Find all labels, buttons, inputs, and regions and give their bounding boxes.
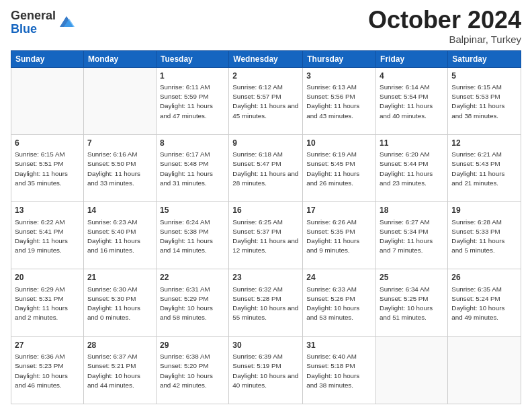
header-day-thursday: Thursday <box>303 50 376 67</box>
day-number: 5 <box>451 71 517 82</box>
day-number: 13 <box>15 205 80 216</box>
day-number: 4 <box>380 71 444 82</box>
day-info: Sunrise: 6:14 AM Sunset: 5:54 PM Dayligh… <box>380 83 444 121</box>
day-info: Sunrise: 6:12 AM Sunset: 5:57 PM Dayligh… <box>232 83 299 121</box>
header-day-friday: Friday <box>376 50 448 67</box>
day-number: 1 <box>160 71 225 82</box>
day-info: Sunrise: 6:32 AM Sunset: 5:28 PM Dayligh… <box>232 285 299 323</box>
day-info: Sunrise: 6:29 AM Sunset: 5:31 PM Dayligh… <box>15 285 80 323</box>
calendar-day-cell: 7Sunrise: 6:16 AM Sunset: 5:50 PM Daylig… <box>83 134 156 201</box>
day-info: Sunrise: 6:17 AM Sunset: 5:48 PM Dayligh… <box>160 150 225 188</box>
day-info: Sunrise: 6:37 AM Sunset: 5:21 PM Dayligh… <box>87 352 152 390</box>
day-number: 6 <box>15 138 80 149</box>
day-info: Sunrise: 6:25 AM Sunset: 5:37 PM Dayligh… <box>232 218 299 256</box>
calendar-header: SundayMondayTuesdayWednesdayThursdayFrid… <box>11 50 521 67</box>
header-day-monday: Monday <box>83 50 156 67</box>
calendar-day-cell <box>376 336 448 404</box>
title-block: October 2024 Balpinar, Turkey <box>368 7 521 45</box>
day-info: Sunrise: 6:13 AM Sunset: 5:56 PM Dayligh… <box>306 83 372 121</box>
calendar-day-cell: 16Sunrise: 6:25 AM Sunset: 5:37 PM Dayli… <box>229 202 303 269</box>
title-location: Balpinar, Turkey <box>368 34 521 45</box>
day-info: Sunrise: 6:22 AM Sunset: 5:41 PM Dayligh… <box>15 218 80 256</box>
calendar-week-row: 1Sunrise: 6:11 AM Sunset: 5:59 PM Daylig… <box>11 67 521 134</box>
header-day-tuesday: Tuesday <box>156 50 228 67</box>
calendar-day-cell: 13Sunrise: 6:22 AM Sunset: 5:41 PM Dayli… <box>11 202 84 269</box>
day-info: Sunrise: 6:28 AM Sunset: 5:33 PM Dayligh… <box>451 218 517 256</box>
day-number: 16 <box>232 205 299 216</box>
logo: General Blue <box>11 9 76 36</box>
day-info: Sunrise: 6:33 AM Sunset: 5:26 PM Dayligh… <box>306 285 372 323</box>
day-info: Sunrise: 6:31 AM Sunset: 5:29 PM Dayligh… <box>160 285 225 323</box>
day-number: 24 <box>306 272 372 283</box>
calendar-day-cell: 20Sunrise: 6:29 AM Sunset: 5:31 PM Dayli… <box>11 269 84 336</box>
calendar-day-cell: 3Sunrise: 6:13 AM Sunset: 5:56 PM Daylig… <box>303 67 376 134</box>
calendar-day-cell: 21Sunrise: 6:30 AM Sunset: 5:30 PM Dayli… <box>83 269 156 336</box>
calendar-day-cell: 26Sunrise: 6:35 AM Sunset: 5:24 PM Dayli… <box>448 269 521 336</box>
day-info: Sunrise: 6:19 AM Sunset: 5:45 PM Dayligh… <box>306 150 372 188</box>
calendar-week-row: 20Sunrise: 6:29 AM Sunset: 5:31 PM Dayli… <box>11 269 521 336</box>
day-number: 21 <box>87 272 152 283</box>
calendar-day-cell: 10Sunrise: 6:19 AM Sunset: 5:45 PM Dayli… <box>303 134 376 201</box>
calendar-day-cell: 4Sunrise: 6:14 AM Sunset: 5:54 PM Daylig… <box>376 67 448 134</box>
calendar-week-row: 6Sunrise: 6:15 AM Sunset: 5:51 PM Daylig… <box>11 134 521 201</box>
day-info: Sunrise: 6:36 AM Sunset: 5:23 PM Dayligh… <box>15 352 80 390</box>
calendar-day-cell: 6Sunrise: 6:15 AM Sunset: 5:51 PM Daylig… <box>11 134 84 201</box>
logo-icon <box>57 12 76 31</box>
day-number: 7 <box>87 138 152 149</box>
calendar-day-cell <box>448 336 521 404</box>
day-info: Sunrise: 6:35 AM Sunset: 5:24 PM Dayligh… <box>451 285 517 323</box>
day-number: 19 <box>451 205 517 216</box>
calendar-day-cell: 28Sunrise: 6:37 AM Sunset: 5:21 PM Dayli… <box>83 336 156 404</box>
day-info: Sunrise: 6:27 AM Sunset: 5:34 PM Dayligh… <box>380 218 444 256</box>
calendar-body: 1Sunrise: 6:11 AM Sunset: 5:59 PM Daylig… <box>11 67 521 404</box>
day-info: Sunrise: 6:21 AM Sunset: 5:43 PM Dayligh… <box>451 150 517 188</box>
day-number: 2 <box>232 71 299 82</box>
calendar-day-cell: 23Sunrise: 6:32 AM Sunset: 5:28 PM Dayli… <box>229 269 303 336</box>
calendar-day-cell: 22Sunrise: 6:31 AM Sunset: 5:29 PM Dayli… <box>156 269 228 336</box>
calendar-day-cell: 30Sunrise: 6:39 AM Sunset: 5:19 PM Dayli… <box>229 336 303 404</box>
logo-general-text: General <box>11 9 56 23</box>
header-day-wednesday: Wednesday <box>229 50 303 67</box>
calendar-day-cell: 31Sunrise: 6:40 AM Sunset: 5:18 PM Dayli… <box>303 336 376 404</box>
day-info: Sunrise: 6:18 AM Sunset: 5:47 PM Dayligh… <box>232 150 299 188</box>
day-number: 27 <box>15 340 80 351</box>
calendar-day-cell: 25Sunrise: 6:34 AM Sunset: 5:25 PM Dayli… <box>376 269 448 336</box>
header-row: SundayMondayTuesdayWednesdayThursdayFrid… <box>11 50 521 67</box>
calendar-table: SundayMondayTuesdayWednesdayThursdayFrid… <box>11 50 521 404</box>
calendar-day-cell: 11Sunrise: 6:20 AM Sunset: 5:44 PM Dayli… <box>376 134 448 201</box>
day-info: Sunrise: 6:39 AM Sunset: 5:19 PM Dayligh… <box>232 352 299 390</box>
day-info: Sunrise: 6:23 AM Sunset: 5:40 PM Dayligh… <box>87 218 152 256</box>
day-number: 14 <box>87 205 152 216</box>
day-number: 9 <box>232 138 299 149</box>
header-day-saturday: Saturday <box>448 50 521 67</box>
day-number: 31 <box>306 340 372 351</box>
calendar-day-cell: 14Sunrise: 6:23 AM Sunset: 5:40 PM Dayli… <box>83 202 156 269</box>
day-number: 23 <box>232 272 299 283</box>
day-number: 26 <box>451 272 517 283</box>
calendar-day-cell: 8Sunrise: 6:17 AM Sunset: 5:48 PM Daylig… <box>156 134 228 201</box>
calendar-day-cell: 1Sunrise: 6:11 AM Sunset: 5:59 PM Daylig… <box>156 67 228 134</box>
calendar-day-cell: 15Sunrise: 6:24 AM Sunset: 5:38 PM Dayli… <box>156 202 228 269</box>
day-info: Sunrise: 6:38 AM Sunset: 5:20 PM Dayligh… <box>160 352 225 390</box>
day-number: 18 <box>380 205 444 216</box>
calendar-day-cell: 18Sunrise: 6:27 AM Sunset: 5:34 PM Dayli… <box>376 202 448 269</box>
day-info: Sunrise: 6:34 AM Sunset: 5:25 PM Dayligh… <box>380 285 444 323</box>
calendar-day-cell <box>83 67 156 134</box>
day-number: 15 <box>160 205 225 216</box>
day-info: Sunrise: 6:24 AM Sunset: 5:38 PM Dayligh… <box>160 218 225 256</box>
day-number: 11 <box>380 138 444 149</box>
calendar-day-cell: 9Sunrise: 6:18 AM Sunset: 5:47 PM Daylig… <box>229 134 303 201</box>
day-info: Sunrise: 6:30 AM Sunset: 5:30 PM Dayligh… <box>87 285 152 323</box>
calendar-day-cell: 29Sunrise: 6:38 AM Sunset: 5:20 PM Dayli… <box>156 336 228 404</box>
day-number: 10 <box>306 138 372 149</box>
day-number: 3 <box>306 71 372 82</box>
header-day-sunday: Sunday <box>11 50 84 67</box>
day-number: 12 <box>451 138 517 149</box>
calendar-day-cell: 24Sunrise: 6:33 AM Sunset: 5:26 PM Dayli… <box>303 269 376 336</box>
day-number: 17 <box>306 205 372 216</box>
day-number: 28 <box>87 340 152 351</box>
day-number: 29 <box>160 340 225 351</box>
title-month: October 2024 <box>368 7 521 34</box>
calendar-day-cell <box>11 67 84 134</box>
logo-blue-text: Blue <box>11 23 56 36</box>
